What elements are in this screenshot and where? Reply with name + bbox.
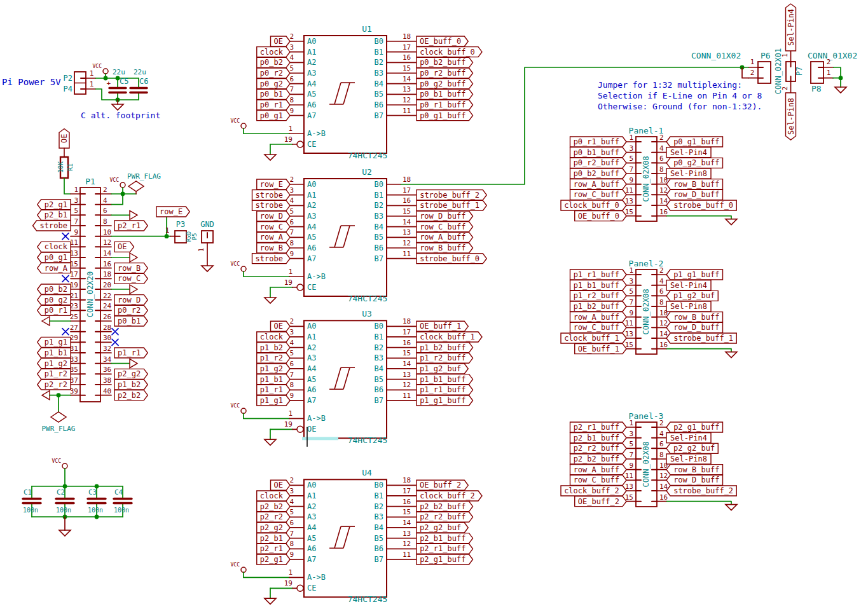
pin-number: 6 <box>659 287 664 296</box>
blank-label-arrow-icon[interactable] <box>130 210 137 219</box>
net-label-text: p1_r2_buff <box>574 291 619 300</box>
pin-number: 10 <box>659 309 668 317</box>
net-label-text: p0_b1 <box>118 317 141 325</box>
ref-designator: Panel-3 <box>629 411 664 421</box>
pin-number: 9 <box>629 462 633 470</box>
pin-number: 15 <box>403 508 411 516</box>
pin-number: 9 <box>289 392 294 400</box>
ground-symbol-icon[interactable] <box>112 104 123 110</box>
pin-number: 14 <box>659 483 668 491</box>
pin-number: 1 <box>198 248 205 252</box>
pin-name: A2 <box>307 58 316 67</box>
pin-number: 9 <box>289 250 294 258</box>
net-label-text: p0_r2_buff <box>420 69 465 78</box>
net-label-text: p1_b1_buff <box>574 281 619 290</box>
pin-number: 1 <box>288 409 293 418</box>
pin-name: B3 <box>375 353 383 362</box>
net-label-text: p1_g2 <box>45 359 67 368</box>
net-label-text: p1_b1_buff <box>420 375 465 384</box>
pin-number: 4 <box>289 53 294 62</box>
ground-symbol-icon[interactable] <box>726 505 737 510</box>
ref-designator: P2 <box>64 74 72 83</box>
net-label-text: p2_g2 <box>260 523 283 532</box>
net-label-text: row_D <box>260 212 283 221</box>
pin-number: 17 <box>403 328 411 336</box>
note-text: Otherwise: Ground (for non-1:32). <box>598 102 762 111</box>
vcc-symbol-icon[interactable] <box>241 123 246 128</box>
pin-number: 16 <box>659 341 668 349</box>
net-label-text: p1_g1 <box>45 338 67 346</box>
ground-symbol-icon[interactable] <box>265 598 276 604</box>
pin-name: B4 <box>375 79 383 88</box>
ref-designator: P5 <box>191 233 198 240</box>
connector-body-p6[interactable] <box>758 62 771 83</box>
part-name: 74HCT245 <box>348 294 388 303</box>
pin-number: 17 <box>403 487 411 495</box>
connector-body-p8[interactable] <box>811 62 823 83</box>
vcc-symbol-icon[interactable] <box>241 567 246 572</box>
net-label-text: OE <box>60 134 69 143</box>
net-label-text: strobe <box>40 221 67 230</box>
ground-arrow-icon[interactable] <box>42 317 50 325</box>
pin-number: 1 <box>782 53 789 57</box>
pin-number: 7 <box>289 530 294 538</box>
vcc-symbol-icon[interactable] <box>241 266 246 271</box>
net-label-text: row_B_buff <box>673 180 719 189</box>
net-label-text: p2_b1_buff <box>574 434 619 442</box>
net-label-text: p0_r1_buff <box>420 100 465 109</box>
blank-label-arrow-icon[interactable] <box>130 253 137 262</box>
pin-number: 1 <box>90 80 94 88</box>
vcc-symbol-icon[interactable] <box>241 408 246 413</box>
blank-label-arrow-icon[interactable] <box>130 359 137 368</box>
ground-symbol-icon[interactable] <box>726 219 737 225</box>
pin-number: 11 <box>403 392 411 400</box>
pin-number: 3 <box>629 144 633 153</box>
ground-symbol-icon[interactable] <box>59 530 71 536</box>
ground-symbol-icon[interactable] <box>265 154 276 160</box>
pin-number: 7 <box>289 85 294 93</box>
net-label-text: strobe_buff_2 <box>420 191 479 200</box>
pin-name: A1 <box>307 191 316 200</box>
pin-number: 14 <box>103 249 112 257</box>
vcc-symbol-icon[interactable] <box>62 463 67 469</box>
pin-number: 4 <box>289 196 294 205</box>
pin-number: 10 <box>659 462 668 470</box>
pin-number: 34 <box>103 355 112 364</box>
pin-number: 32 <box>103 345 111 353</box>
pin-number: 2 <box>750 69 755 77</box>
pwr-flag-symbol-icon[interactable] <box>128 181 144 191</box>
schematic-svg: Pi Power 5VP2P411VCC+C5C622u22uC alt. fo… <box>0 0 861 616</box>
vcc-symbol-icon[interactable] <box>103 69 108 74</box>
ground-symbol-icon[interactable] <box>726 352 737 358</box>
vcc-symbol-text: VCC <box>110 177 120 183</box>
pin-number: 1 <box>288 568 293 577</box>
net-label-text: clock_buff_1 <box>420 332 475 341</box>
pin-number: 18 <box>103 270 111 278</box>
ref-designator: U2 <box>362 167 372 177</box>
ground-arrow-icon[interactable] <box>42 391 50 400</box>
net-label-text: p2_r2 <box>45 380 67 389</box>
pwr-flag-symbol-icon[interactable] <box>51 412 66 422</box>
ground-symbol-icon[interactable] <box>265 298 276 303</box>
pin-number: 16 <box>403 196 411 205</box>
net-label-text: p1_b1 <box>45 348 67 357</box>
blank-label-arrow-icon[interactable] <box>130 285 137 294</box>
net-label-text: strobe <box>256 201 283 210</box>
pin-number: 9 <box>289 107 294 115</box>
pin-number: 3 <box>629 430 633 438</box>
pin-name: B2 <box>375 343 383 352</box>
pin-number: 6 <box>289 360 294 368</box>
ground-symbol-icon[interactable] <box>202 266 213 271</box>
net-label-text: p0_g2_buff <box>420 79 465 88</box>
vcc-symbol-icon[interactable] <box>120 182 125 188</box>
ref-designator: C4 <box>114 488 123 496</box>
pin-number: 1 <box>165 226 170 235</box>
ground-symbol-icon[interactable] <box>265 439 276 445</box>
net-label-text: p0_g2_buff <box>673 158 719 167</box>
net-label-text: p2_b2 <box>118 391 141 400</box>
net-label-text: strobe <box>256 254 283 263</box>
pin-number: 5 <box>629 154 633 163</box>
pwr-flag-text: PWR_FLAG <box>127 172 161 181</box>
net-label-text: OE <box>118 242 127 251</box>
ground-symbol-icon[interactable] <box>835 87 846 93</box>
